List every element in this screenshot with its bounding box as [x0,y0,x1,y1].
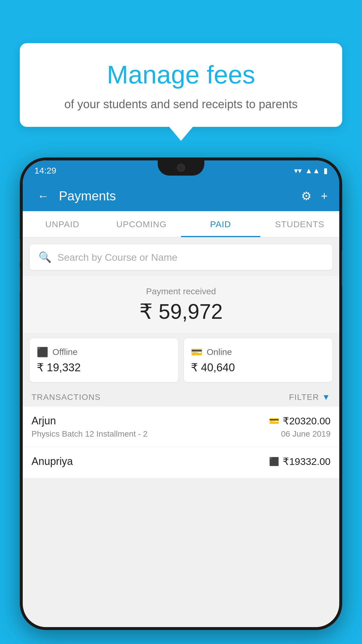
tab-upcoming[interactable]: UPCOMING [102,211,181,237]
transaction-amount-wrap: 💳 ₹20320.00 [269,415,331,427]
tabs-bar: UNPAID UPCOMING PAID STUDENTS [23,211,339,237]
page-title: Payments [59,189,294,203]
status-icons: ▾▾ ▲▲ ▮ [294,166,328,175]
online-icon: 💳 [191,346,203,358]
transaction-row[interactable]: Arjun 💳 ₹20320.00 Physics Batch 12 Insta… [23,407,339,447]
phone-vol-down-button [20,268,20,292]
transaction-row[interactable]: Anupriya ⬛ ₹19332.00 [23,447,339,478]
settings-icon[interactable]: ⚙ [301,189,312,203]
online-payment-card: 💳 Online ₹ 40,640 [184,338,332,382]
filter-label: FILTER [289,393,319,402]
phone-frame: 14:29 ▾▾ ▲▲ ▮ ← Payments ⚙ + UNPAID UPCO… [20,158,342,630]
tab-paid[interactable]: PAID [181,211,260,237]
status-time: 14:29 [34,166,56,176]
tab-students[interactable]: STUDENTS [260,211,340,237]
online-amount: ₹ 40,640 [191,361,325,374]
tab-unpaid[interactable]: UNPAID [23,211,102,237]
search-input[interactable]: Search by Course or Name [57,252,178,263]
header-actions: ⚙ + [301,189,328,203]
online-label: Online [207,347,232,357]
payment-received-label: Payment received [23,286,339,296]
phone-notch [158,160,204,176]
add-icon[interactable]: + [321,190,328,203]
search-icon: 🔍 [38,251,52,263]
transaction-date: 06 June 2019 [281,429,331,439]
payment-received-amount: ₹ 59,972 [23,299,339,324]
payment-received-section: Payment received ₹ 59,972 [23,276,339,332]
phone-vol-up-button [20,239,20,262]
transaction-course: Physics Batch 12 Installment - 2 [31,429,147,439]
transaction-name: Anupriya [31,455,73,468]
transaction-amount-wrap: ⬛ ₹19332.00 [269,456,331,467]
back-button[interactable]: ← [34,187,52,206]
offline-icon: ⬛ [37,346,48,358]
tooltip-subtitle: of your students and send receipts to pa… [34,96,328,112]
filter-icon: ▼ [322,393,331,402]
transaction-amount: ₹19332.00 [283,456,331,467]
app-header: ← Payments ⚙ + [23,181,339,211]
wifi-icon: ▾▾ [294,166,302,175]
filter-button[interactable]: FILTER ▼ [289,393,331,402]
offline-payment-card: ⬛ Offline ₹ 19,332 [30,338,178,382]
search-bar[interactable]: 🔍 Search by Course or Name [30,244,332,270]
transaction-amount: ₹20320.00 [283,415,331,427]
tooltip-card: Manage fees of your students and send re… [20,43,342,127]
offline-label: Offline [52,347,78,357]
offline-amount: ₹ 19,332 [37,361,171,374]
offline-payment-icon: ⬛ [269,457,279,466]
card-payment-icon: 💳 [269,416,279,426]
transactions-label: TRANSACTIONS [31,393,101,402]
phone-power-button [342,251,342,286]
tooltip-title: Manage fees [34,61,328,89]
battery-icon: ▮ [324,166,328,175]
transactions-header: TRANSACTIONS FILTER ▼ [23,388,339,407]
main-content: 🔍 Search by Course or Name Payment recei… [23,237,339,478]
phone-screen: 14:29 ▾▾ ▲▲ ▮ ← Payments ⚙ + UNPAID UPCO… [23,160,339,627]
transaction-name: Arjun [31,415,56,427]
payment-method-cards: ⬛ Offline ₹ 19,332 💳 Online ₹ 40,640 [23,332,339,388]
signal-icon: ▲▲ [305,166,320,175]
